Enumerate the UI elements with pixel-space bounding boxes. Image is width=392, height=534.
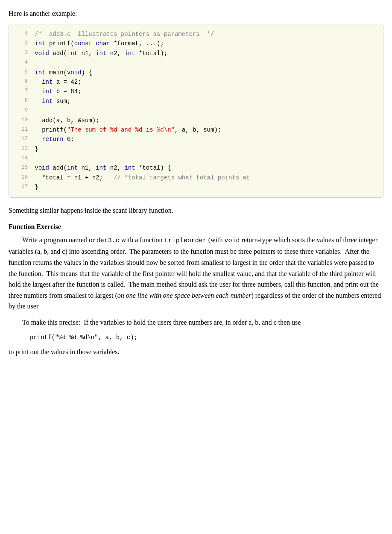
- line-number: 7: [9, 87, 33, 96]
- code-line-12: 12 return 0;: [9, 135, 376, 144]
- scanf-line: Something similar happens inside the sca…: [9, 205, 383, 216]
- code-line-5: 5 int main(void) {: [9, 68, 376, 77]
- code-line-14: 14: [9, 154, 376, 163]
- code-line-3: 3 void add(int n1, int n2, int *total);: [9, 49, 376, 58]
- line-content: printf("The sum of %d and %d is %d\n", a…: [33, 125, 376, 135]
- code-block: 1 /* add3.c illustrates pointers as para…: [9, 24, 383, 198]
- line-number: 16: [9, 173, 33, 182]
- line-number: 9: [9, 106, 33, 115]
- line-number: 1: [9, 29, 33, 39]
- code-line-16: 16 *total = n1 + n2; // *total targets w…: [9, 173, 376, 182]
- final-line: to print out the values in those variabl…: [9, 346, 383, 358]
- code-line-13: 13 }: [9, 144, 376, 154]
- line-number: 11: [9, 125, 33, 135]
- line-number: 12: [9, 135, 33, 144]
- exercise-paragraph-1: Write a program named order3.c with a fu…: [9, 235, 383, 312]
- code-line-10: 10 add(a, b, &sum);: [9, 116, 376, 125]
- line-number: 10: [9, 116, 33, 125]
- line-number: 17: [9, 182, 33, 192]
- line-number: 5: [9, 68, 33, 77]
- line-number: 4: [9, 58, 33, 67]
- inline-code-void: void: [224, 237, 240, 244]
- line-number: 15: [9, 163, 33, 173]
- line-content: int a = 42;: [33, 77, 376, 87]
- code-line-17: 17 }: [9, 182, 376, 192]
- line-content: /* add3.c illustrates pointers as parame…: [33, 29, 376, 39]
- line-number: 14: [9, 154, 33, 163]
- line-content: return 0;: [33, 135, 376, 144]
- line-content: }: [33, 144, 376, 154]
- line-content: int printf(const char *format, ...);: [33, 39, 376, 48]
- line-content: [33, 154, 376, 163]
- line-number: 6: [9, 77, 33, 87]
- printf-example: printf("%d %d %d\n", a, b, c);: [30, 333, 383, 342]
- line-number: 13: [9, 144, 33, 154]
- code-table: 1 /* add3.c illustrates pointers as para…: [9, 29, 376, 192]
- line-number: 8: [9, 97, 33, 106]
- line-content: [33, 106, 376, 115]
- inline-code-tripleorder: tripleorder: [164, 237, 207, 244]
- line-content: void add(int n1, int n2, int *total);: [33, 49, 376, 58]
- code-line-1: 1 /* add3.c illustrates pointers as para…: [9, 29, 376, 39]
- code-line-15: 15 void add(int n1, int n2, int *total) …: [9, 163, 376, 173]
- code-line-11: 11 printf("The sum of %d and %d is %d\n"…: [9, 125, 376, 135]
- intro-text: Here is another example:: [9, 9, 383, 19]
- line-content: *total = n1 + n2; // *total targets what…: [33, 173, 376, 182]
- exercise-title: Function Exercise: [9, 222, 383, 232]
- italic-phrase: on one line with one space between each …: [117, 292, 252, 299]
- code-line-9: 9: [9, 106, 376, 115]
- exercise-paragraph-2: To make this precise: If the variables t…: [9, 317, 383, 328]
- inline-code-order3: order3.c: [89, 237, 120, 244]
- code-line-2: 2 int printf(const char *format, ...);: [9, 39, 376, 48]
- line-number: 3: [9, 49, 33, 58]
- line-number: 2: [9, 39, 33, 48]
- line-content: }: [33, 182, 376, 192]
- line-content: int b = 84;: [33, 87, 376, 96]
- code-line-6: 6 int a = 42;: [9, 77, 376, 87]
- code-line-7: 7 int b = 84;: [9, 87, 376, 96]
- line-content: [33, 58, 376, 67]
- line-content: int main(void) {: [33, 68, 376, 77]
- line-content: void add(int n1, int n2, int *total) {: [33, 163, 376, 173]
- code-line-4: 4: [9, 58, 376, 67]
- code-line-8: 8 int sum;: [9, 97, 376, 106]
- line-content: int sum;: [33, 97, 376, 106]
- line-content: add(a, b, &sum);: [33, 116, 376, 125]
